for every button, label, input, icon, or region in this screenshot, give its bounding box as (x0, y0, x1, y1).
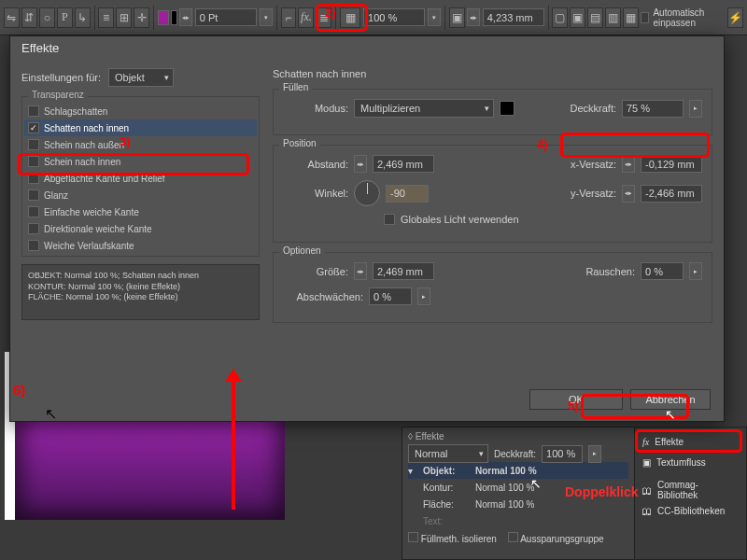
stroke-weight[interactable]: 0 Pt (195, 8, 257, 26)
cursor-icon: ↖ (45, 405, 57, 423)
effect-row[interactable]: ✓Schatten nach innen (24, 119, 257, 136)
side-textumfluss[interactable]: ▣Textumfluss (635, 452, 746, 472)
noise-stepper[interactable]: ▸ (689, 262, 702, 280)
doppelklick-label: Doppelklick (565, 484, 639, 499)
opacity-label: Deckkraft: (570, 103, 616, 114)
library-icon: 🕮 (642, 485, 652, 496)
distance-stepper[interactable]: ◂▸ (354, 155, 367, 173)
distribute-icon[interactable]: ⊞ (116, 7, 132, 28)
annotation-panel-box (635, 429, 742, 453)
effect-checkbox[interactable] (28, 105, 39, 117)
annotation-6-label: 6) (13, 382, 25, 398)
effect-row[interactable]: Glanz (24, 187, 257, 203)
rotate-icon[interactable]: ○ (39, 7, 55, 28)
settings-for-label: Einstellungen für: (21, 72, 101, 83)
side-commag[interactable]: 🕮Commag-Bibliothek (635, 480, 746, 500)
scale-value[interactable]: 100 % (363, 8, 425, 26)
effect-checkbox[interactable] (28, 189, 39, 201)
yoffset-label: y-Versatz: (571, 188, 616, 199)
effect-checkbox[interactable]: ✓ (28, 122, 39, 133)
opacity-stepper[interactable]: ▸ (689, 100, 702, 118)
panel-text-row[interactable]: Text: (408, 512, 628, 529)
fx-icon[interactable]: fx. (298, 7, 314, 28)
noise-label: Rauschen: (585, 266, 635, 277)
mode-combo[interactable]: Multiplizieren (354, 99, 494, 118)
choke-stepper[interactable]: ▸ (417, 287, 430, 305)
panel-object-row[interactable]: ▾ Objekt: Normal 100 % (408, 462, 628, 479)
cursor-icon: ↖ (665, 407, 676, 422)
mode-label: Modus: (283, 103, 348, 114)
panel-tab-label[interactable]: ◊ Effekte (408, 431, 628, 441)
distance-label: Abstand: (283, 159, 348, 170)
distance-input[interactable]: 2,469 mm (373, 155, 434, 173)
fitframe4-icon[interactable]: ▥ (605, 7, 621, 28)
fill-swatch[interactable] (158, 10, 169, 25)
opacity-input[interactable]: 75 % (622, 100, 684, 118)
effect-row[interactable]: Schein nach außen (24, 136, 257, 153)
cc-icon: 🕮 (642, 506, 652, 516)
noise-input[interactable]: 0 % (641, 262, 684, 280)
fitframe3-icon[interactable]: ▤ (587, 7, 603, 28)
align-top-icon[interactable]: ≡ (98, 7, 114, 28)
effect-row[interactable]: Weiche Verlaufskante (24, 237, 257, 254)
fill-fieldset-title: Füllen (279, 82, 312, 92)
global-light-checkbox[interactable] (384, 214, 395, 225)
textwrap-icon: ▣ (642, 457, 651, 468)
angle-label: Winkel: (283, 188, 348, 199)
corner-icon[interactable]: ⌐ (281, 7, 297, 28)
arrow-icon[interactable]: ↳ (75, 7, 91, 28)
fit-icon[interactable]: ▣ (449, 7, 465, 28)
effect-checkbox[interactable] (28, 139, 39, 150)
annotation-2-box (316, 4, 368, 32)
transparenz-group-title: Transparenz (28, 90, 88, 100)
effect-row[interactable]: Direktionale weiche Kante (24, 220, 257, 237)
paragraph-icon[interactable]: P (57, 7, 73, 28)
angle-dial[interactable] (354, 180, 380, 206)
options-fieldset-title: Optionen (279, 245, 325, 256)
annotation-4-box (560, 133, 710, 158)
choke-input[interactable]: 0 % (369, 287, 412, 305)
panel-opacity-stepper[interactable]: ▸ (588, 445, 601, 463)
flip-v-icon[interactable]: ⇵ (21, 7, 37, 28)
annotation-2-label: 2) (325, 6, 336, 20)
panel-opacity-input[interactable]: 100 % (542, 445, 583, 463)
effect-checkbox[interactable] (28, 223, 39, 234)
crosshair-icon[interactable]: ✛ (134, 7, 149, 28)
effect-checkbox[interactable] (28, 240, 39, 251)
xoffset-label: x-Versatz: (571, 159, 616, 170)
size-input[interactable]: 2,469 mm (373, 262, 434, 280)
flash-icon[interactable]: ⚡ (727, 7, 743, 28)
autofit-checkbox[interactable]: Automatisch einpassen (641, 7, 724, 28)
global-light-label: Globales Licht verwenden (401, 214, 519, 225)
fitframe1-icon[interactable]: ▢ (552, 7, 568, 28)
dim-step[interactable]: ◂▸ (467, 8, 480, 26)
effect-row[interactable]: Einfache weiche Kante (24, 203, 257, 220)
annotation-3-label: 3) (120, 134, 131, 148)
blend-mode-combo[interactable]: Normal (408, 444, 488, 463)
yoffset-stepper[interactable]: ◂▸ (622, 185, 635, 203)
stroke-dec[interactable]: ◂▸ (179, 8, 192, 26)
annotation-5-label: 5) (568, 399, 579, 413)
annotation-4-label: 4) (537, 137, 548, 151)
size-stepper[interactable]: ◂▸ (354, 262, 367, 280)
effects-list: Schlagschatten ✓Schatten nach innen Sche… (24, 103, 257, 254)
settings-for-combo[interactable]: Objekt (108, 68, 174, 87)
flip-h-icon[interactable]: ⇋ (4, 7, 20, 28)
effects-dialog: Effekte Einstellungen für: Objekt Transp… (9, 35, 725, 422)
right-heading: Schatten nach innen (273, 68, 712, 79)
dialog-title: Effekte (10, 36, 724, 61)
fitframe2-icon[interactable]: ▣ (570, 7, 585, 28)
autofit-label: Automatisch einpassen (653, 7, 724, 28)
effect-row[interactable]: Schlagschatten (24, 103, 257, 119)
side-cc[interactable]: 🕮CC-Bibliotheken (635, 500, 746, 521)
effect-checkbox[interactable] (28, 206, 39, 217)
dim-value[interactable]: 4,233 mm (483, 8, 544, 26)
scale-menu[interactable]: ▾ (428, 8, 441, 26)
fitframe5-icon[interactable]: ▦ (623, 7, 639, 28)
cursor-icon: ↖ (530, 476, 542, 491)
angle-input[interactable]: -90 (386, 185, 429, 203)
stroke-swatch[interactable] (171, 10, 176, 25)
color-swatch[interactable] (500, 101, 514, 116)
yoffset-input[interactable]: -2,466 mm (641, 185, 702, 203)
stroke-menu[interactable]: ▾ (260, 8, 273, 26)
